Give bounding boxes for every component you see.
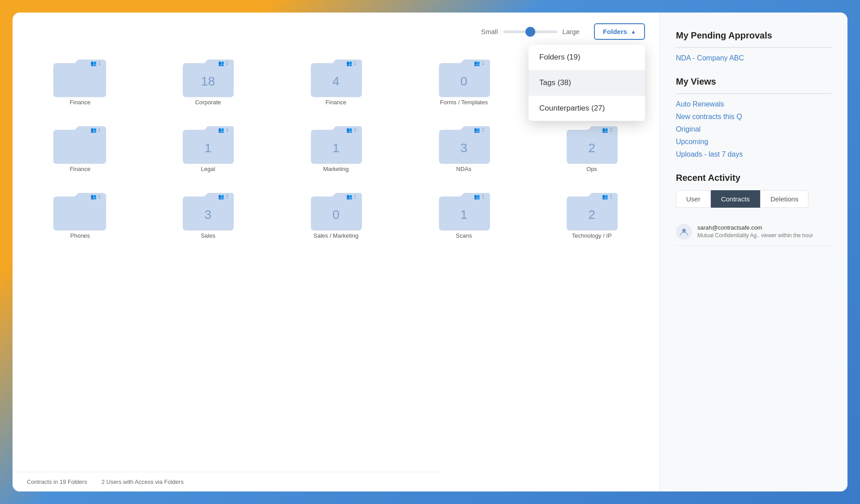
tab-contracts[interactable]: Contracts	[711, 190, 760, 208]
folder-count: 1	[460, 208, 468, 222]
size-slider-track[interactable]	[503, 30, 557, 33]
tab-user[interactable]: User	[676, 190, 711, 208]
list-item[interactable]: 👥 1 2 Technology / IP	[528, 180, 656, 247]
activity-item: sarah@contractsafe.com Mutual Confidenti…	[676, 218, 831, 246]
folder-label: NDAs	[456, 166, 472, 173]
list-item[interactable]: 👥 2 3 Sales	[144, 180, 272, 247]
list-item[interactable]: 👥 1 0 Sales / Marketing	[272, 180, 400, 247]
view-auto-renewals[interactable]: Auto Renewals	[676, 100, 831, 108]
pending-approval-nda[interactable]: NDA - Company ABC	[676, 54, 831, 62]
size-slider-thumb[interactable]	[525, 27, 535, 37]
view-original[interactable]: Original	[676, 125, 831, 133]
list-item[interactable]: 👥 1 1 Scans	[400, 180, 528, 247]
users-info: 2 Users with Access via Folders	[101, 478, 184, 485]
folder-users-count: 👥 1	[346, 60, 357, 66]
folder-users-count: 👥 1	[346, 194, 357, 200]
folder-count: 18	[201, 74, 215, 89]
folder-users-count: 👥 1	[474, 60, 484, 66]
activity-tabs: User Contracts Deletions	[676, 190, 831, 208]
view-upcoming[interactable]: Upcoming	[676, 138, 831, 146]
size-large-label: Large	[563, 28, 580, 35]
my-views-section: My Views Auto Renewals New contracts thi…	[676, 77, 831, 158]
dropdown-item-folders[interactable]: Folders (19)	[529, 45, 645, 70]
folder-label: Sales	[201, 232, 215, 240]
list-item[interactable]: 👥 1 4 Finance	[272, 47, 400, 114]
right-panel: My Pending Approvals NDA - Company ABC M…	[659, 13, 847, 491]
my-views-title: My Views	[676, 77, 831, 87]
folder-count: 0	[332, 208, 340, 222]
folder-users-count: 👥 1	[602, 127, 612, 133]
left-panel: Small Large Folders ▲ Folders (19) Tags …	[13, 13, 659, 491]
folder-label: Phones	[70, 232, 90, 240]
my-views-divider	[676, 93, 831, 94]
folder-count: 1	[205, 141, 212, 155]
folder-users-count: 👥 1	[90, 60, 101, 66]
folder-users-count: 👥 1	[474, 194, 484, 200]
size-small-label: Small	[481, 28, 498, 35]
list-item[interactable]: 👥 1 Phones	[16, 180, 144, 247]
folder-count: 0	[460, 74, 468, 89]
folder-label: Legal	[201, 166, 215, 173]
activity-user-icon	[676, 224, 692, 240]
dropdown-item-tags[interactable]: Tags (38)	[529, 70, 645, 96]
folder-users-count: 👥 1	[90, 127, 101, 133]
folder-users-count: 👥 1	[602, 194, 612, 200]
folders-btn-label: Folders	[603, 28, 627, 35]
dropdown-item-counterparties[interactable]: Counterparties (27)	[529, 96, 645, 121]
folder-label: Technology / IP	[572, 232, 612, 240]
svg-point-0	[682, 229, 686, 232]
folder-label: Ops	[586, 166, 597, 173]
list-item[interactable]: 👥 1 2 Ops	[528, 114, 656, 180]
view-new-contracts[interactable]: New contracts this Q	[676, 113, 831, 121]
list-item[interactable]: 👥 2 1 Marketing	[272, 114, 400, 180]
folders-dropdown-menu: Folders (19) Tags (38) Counterparties (2…	[529, 45, 645, 121]
list-item[interactable]: 👥 1 Finance	[16, 114, 144, 180]
activity-email: sarah@contractsafe.com	[697, 224, 813, 232]
pending-approvals-divider	[676, 47, 831, 48]
recent-activity-section: Recent Activity User Contracts Deletions…	[676, 173, 831, 246]
list-item[interactable]: 👥 1 18 Corporate	[144, 47, 272, 114]
folder-users-count: 👥 1	[218, 127, 228, 133]
folder-users-count: 👥 2	[346, 127, 357, 133]
chevron-up-icon: ▲	[631, 29, 636, 35]
contracts-info: Contracts in 19 Folders	[27, 478, 87, 485]
list-item[interactable]: 👥 1 0 Forms / Templates	[400, 47, 528, 114]
folder-label: Forms / Templates	[440, 99, 488, 107]
toolbar: Small Large Folders ▲ Folders (19) Tags …	[13, 13, 659, 47]
folders-dropdown-button[interactable]: Folders ▲	[594, 23, 645, 40]
list-item[interactable]: 👥 1 Finance	[16, 47, 144, 114]
folder-count: 3	[460, 141, 468, 155]
folder-label: Finance	[70, 99, 90, 107]
view-uploads-last-7-days[interactable]: Uploads - last 7 days	[676, 150, 831, 158]
pending-approvals-title: My Pending Approvals	[676, 30, 831, 41]
folder-label: Corporate	[195, 99, 221, 107]
size-control: Small Large	[481, 28, 580, 35]
folder-users-count: 👥 2	[218, 194, 228, 200]
pending-approvals-section: My Pending Approvals NDA - Company ABC	[676, 30, 831, 62]
tab-deletions[interactable]: Deletions	[760, 190, 809, 208]
bottom-bar: Contracts in 19 Folders 2 Users with Acc…	[13, 472, 444, 491]
folder-users-count: 👥 1	[90, 194, 101, 200]
folder-label: Finance	[70, 166, 90, 173]
folder-count: 3	[205, 208, 212, 222]
folder-users-count: 👥 2	[474, 127, 484, 133]
folder-label: Finance	[326, 99, 346, 107]
folder-label: Scans	[456, 232, 472, 240]
list-item[interactable]: 👥 2 3 NDAs	[400, 114, 528, 180]
folder-count: 1	[332, 141, 340, 155]
folder-count: 2	[588, 208, 595, 222]
folder-count: 2	[588, 141, 595, 155]
folder-label: Sales / Marketing	[314, 232, 358, 240]
folder-count: 4	[332, 74, 340, 89]
list-item[interactable]: 👥 1 1 Legal	[144, 114, 272, 180]
recent-activity-title: Recent Activity	[676, 173, 831, 183]
folder-users-count: 👥 1	[218, 60, 228, 66]
folder-label: Marketing	[323, 166, 348, 173]
activity-text: sarah@contractsafe.com Mutual Confidenti…	[697, 224, 813, 239]
activity-detail: Mutual Confidentiality Ag.. viewer withi…	[697, 232, 813, 239]
